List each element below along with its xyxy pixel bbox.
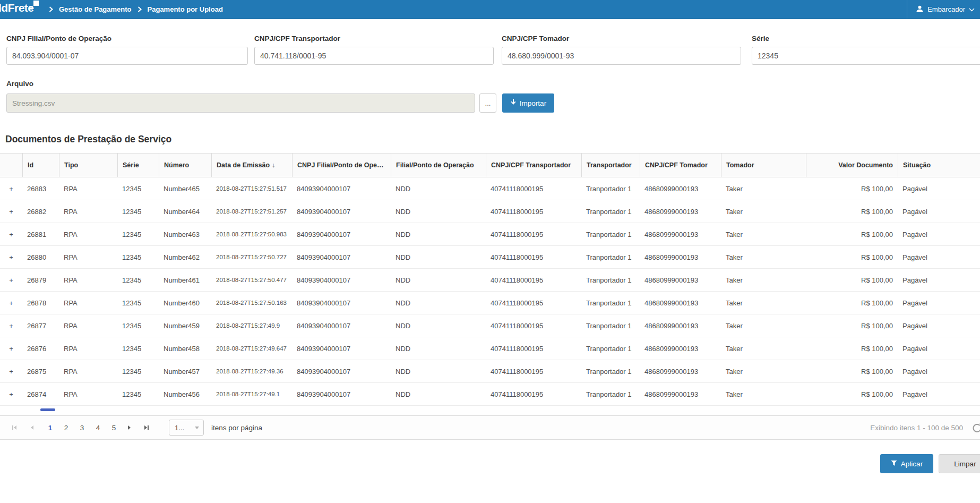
dropdown-chevron-icon: [195, 427, 199, 429]
pager-page-3[interactable]: 3: [74, 421, 90, 434]
expand-row-button[interactable]: +: [0, 337, 22, 360]
pager-info: Exibindo itens 1 - 100 de 500: [870, 424, 963, 432]
column-header-tomador[interactable]: Tomador: [721, 153, 806, 177]
cell-tomador: Taker: [721, 383, 806, 406]
cell-cnpj_transportador: 40741118000195: [486, 200, 581, 223]
cell-numero: Number460: [159, 292, 211, 314]
cell-cnpj_transportador: 40741118000195: [486, 383, 581, 406]
cell-serie: 12345: [117, 292, 159, 314]
column-header-situacao[interactable]: Situação: [898, 153, 980, 177]
cell-cnpj_tomador: 48680999000193: [640, 223, 721, 246]
cell-filial: NDD: [391, 292, 486, 314]
cell-data_emissao: 2018-08-27T15:27:51.517: [211, 177, 292, 200]
cell-tomador: Taker: [721, 314, 806, 337]
cell-serie: 12345: [117, 177, 159, 200]
column-header-cnpj_tomador[interactable]: CNPJ/CPF Tomador: [640, 153, 721, 177]
cnpj-transportador-input[interactable]: [254, 47, 494, 65]
pager-page-2[interactable]: 2: [58, 421, 74, 434]
cell-cnpj_filial: 84093904000107: [292, 292, 391, 314]
breadcrumb-item-gestao[interactable]: Gestão de Pagamento: [59, 5, 132, 13]
cell-situacao: Pagável: [898, 177, 980, 200]
column-header-numero[interactable]: Número: [159, 153, 211, 177]
column-header-transportador[interactable]: Transportador: [581, 153, 640, 177]
cell-id: 26882: [22, 200, 59, 223]
filter-field-cnpj-filial: CNPJ Filial/Ponto de Operação: [6, 35, 248, 65]
table-row: +26883RPA12345Number4652018-08-27T15:27:…: [0, 177, 980, 200]
logo-squares-icon: [30, 1, 39, 10]
cell-filial: NDD: [391, 337, 486, 360]
column-header-id[interactable]: Id: [22, 153, 59, 177]
cell-numero: Number464: [159, 200, 211, 223]
cell-tipo: RPA: [59, 223, 117, 246]
user-icon: [916, 5, 924, 14]
column-header-cnpj_transportador[interactable]: CNPJ/CPF Transportador: [486, 153, 581, 177]
section-title: Documentos de Prestação de Serviço: [5, 134, 171, 145]
cell-situacao: Pagável: [898, 269, 980, 292]
expand-row-button[interactable]: +: [0, 269, 22, 292]
seek-first-icon[interactable]: [7, 421, 21, 434]
cell-serie: 12345: [117, 200, 159, 223]
arquivo-file-input[interactable]: [6, 93, 475, 113]
cell-cnpj_filial: 84093904000107: [292, 360, 391, 383]
clear-button[interactable]: Limpar: [939, 454, 980, 473]
cnpj-filial-label: CNPJ Filial/Ponto de Operação: [6, 35, 248, 42]
expand-row-button[interactable]: +: [0, 200, 22, 223]
cell-tipo: RPA: [59, 200, 117, 223]
cell-tomador: Taker: [721, 200, 806, 223]
cell-situacao: Pagável: [898, 200, 980, 223]
cell-tomador: Taker: [721, 269, 806, 292]
hscrollbar-thumb[interactable]: [40, 408, 55, 411]
expand-row-button[interactable]: +: [0, 177, 22, 200]
next-page-icon[interactable]: [122, 421, 136, 434]
cell-cnpj_transportador: 40741118000195: [486, 314, 581, 337]
cell-tipo: RPA: [59, 246, 117, 269]
cell-valor: R$ 100,00: [806, 337, 898, 360]
expand-row-button[interactable]: +: [0, 246, 22, 269]
download-icon: [510, 99, 517, 107]
cell-tomador: Taker: [721, 246, 806, 269]
filter-field-serie: Série: [752, 35, 980, 65]
breadcrumb-item-pagamento-upload[interactable]: Pagamento por Upload: [148, 5, 223, 13]
column-header-cnpj_filial[interactable]: CNPJ Filial/Ponto de Operaç...: [292, 153, 391, 177]
column-header-filial[interactable]: Filial/Ponto de Operação: [391, 153, 486, 177]
cell-cnpj_tomador: 48680999000193: [640, 360, 721, 383]
cell-cnpj_tomador: 48680999000193: [640, 200, 721, 223]
cell-situacao: Pagável: [898, 246, 980, 269]
prev-page-icon[interactable]: [25, 421, 39, 434]
seek-last-icon[interactable]: [140, 421, 153, 434]
expand-row-button[interactable]: +: [0, 360, 22, 383]
expand-row-button[interactable]: +: [0, 383, 22, 406]
cell-cnpj_tomador: 48680999000193: [640, 292, 721, 314]
refresh-icon[interactable]: [972, 423, 980, 436]
table-row: +26874RPA12345Number4562018-08-27T15:27:…: [0, 383, 980, 406]
cell-numero: Number463: [159, 223, 211, 246]
serie-input[interactable]: [752, 47, 980, 65]
cell-cnpj_filial: 84093904000107: [292, 246, 391, 269]
pager-page-4[interactable]: 4: [90, 421, 106, 434]
cell-id: 26881: [22, 223, 59, 246]
cell-valor: R$ 100,00: [806, 200, 898, 223]
pager: 12345 1... itens por página Exibindo ite…: [0, 415, 980, 440]
browse-file-button[interactable]: ...: [479, 93, 496, 113]
table-row: +26879RPA12345Number4612018-08-27T15:27:…: [0, 269, 980, 292]
cell-cnpj_filial: 84093904000107: [292, 383, 391, 406]
column-header-serie[interactable]: Série: [117, 153, 159, 177]
app-logo[interactable]: ldFrete: [0, 2, 34, 14]
expand-row-button[interactable]: +: [0, 314, 22, 337]
cell-id: 26876: [22, 337, 59, 360]
import-button[interactable]: Importar: [502, 93, 554, 113]
cell-filial: NDD: [391, 200, 486, 223]
expand-row-button[interactable]: +: [0, 223, 22, 246]
page-size-select[interactable]: 1...: [169, 420, 204, 436]
expand-row-button[interactable]: +: [0, 292, 22, 314]
apply-button[interactable]: Aplicar: [880, 454, 933, 473]
column-header-tipo[interactable]: Tipo: [59, 153, 117, 177]
pager-page-5[interactable]: 5: [106, 421, 122, 434]
cnpj-filial-input[interactable]: [6, 47, 248, 65]
column-header-valor[interactable]: Valor Documento: [806, 153, 898, 177]
user-menu[interactable]: Embarcador: [907, 0, 980, 19]
cell-cnpj_filial: 84093904000107: [292, 177, 391, 200]
cnpj-tomador-input[interactable]: [502, 47, 741, 65]
column-header-data_emissao[interactable]: Data de Emissão↓: [211, 153, 292, 177]
pager-page-1[interactable]: 1: [42, 421, 58, 434]
